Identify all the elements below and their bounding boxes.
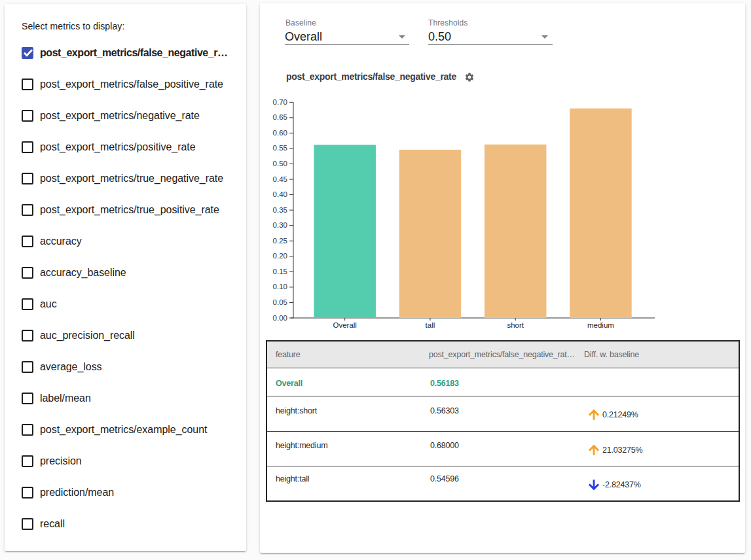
svg-text:0.65: 0.65 (273, 113, 287, 121)
svg-text:0.05: 0.05 (273, 298, 287, 306)
svg-text:0.20: 0.20 (273, 252, 287, 260)
svg-text:medium: medium (587, 321, 614, 329)
svg-text:0.00: 0.00 (273, 314, 287, 322)
svg-text:0.40: 0.40 (273, 190, 287, 198)
svg-text:0.25: 0.25 (273, 237, 287, 245)
svg-text:0.70: 0.70 (273, 98, 287, 106)
svg-text:0.15: 0.15 (273, 268, 287, 275)
svg-text:0.35: 0.35 (273, 206, 287, 214)
svg-text:tall: tall (426, 321, 435, 329)
svg-text:0.45: 0.45 (273, 175, 287, 183)
svg-text:short: short (507, 321, 524, 329)
svg-text:0.60: 0.60 (273, 129, 287, 137)
svg-text:0.55: 0.55 (273, 144, 287, 152)
svg-text:0.50: 0.50 (273, 160, 287, 167)
svg-text:0.10: 0.10 (273, 283, 287, 290)
svg-text:0.30: 0.30 (273, 221, 287, 229)
svg-text:Overall: Overall (333, 321, 356, 329)
